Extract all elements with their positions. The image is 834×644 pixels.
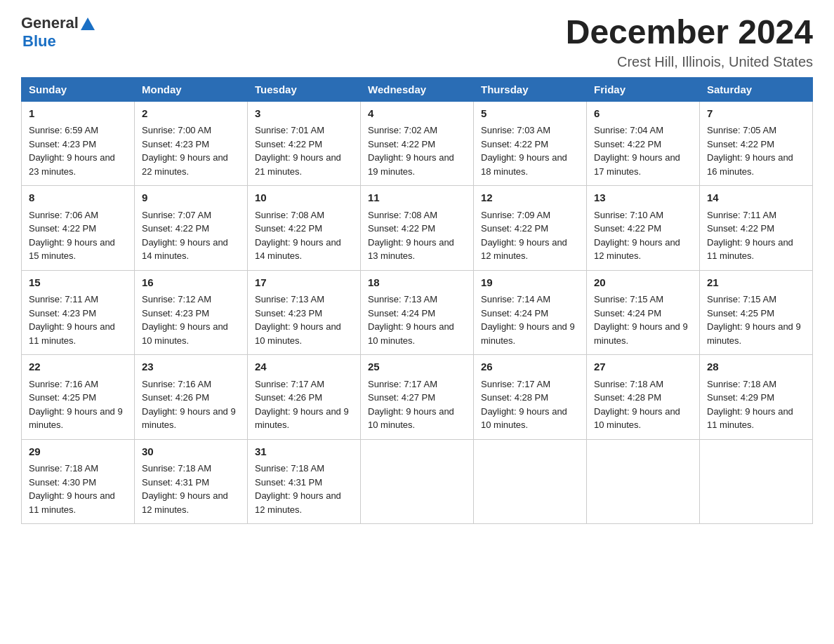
day-number: 30 <box>142 444 240 460</box>
calendar-cell: 5Sunrise: 7:03 AMSunset: 4:22 PMDaylight… <box>474 101 587 186</box>
day-number: 1 <box>29 106 127 122</box>
week-row-1: 1Sunrise: 6:59 AMSunset: 4:23 PMDaylight… <box>22 101 813 186</box>
calendar-table: SundayMondayTuesdayWednesdayThursdayFrid… <box>21 77 813 525</box>
calendar-cell: 20Sunrise: 7:15 AMSunset: 4:24 PMDayligh… <box>587 270 700 355</box>
calendar-cell: 30Sunrise: 7:18 AMSunset: 4:31 PMDayligh… <box>135 439 248 524</box>
day-number: 31 <box>255 444 353 460</box>
calendar-cell: 2Sunrise: 7:00 AMSunset: 4:23 PMDaylight… <box>135 101 248 186</box>
calendar-cell: 28Sunrise: 7:18 AMSunset: 4:29 PMDayligh… <box>700 355 813 440</box>
day-number: 6 <box>594 106 692 122</box>
week-row-4: 22Sunrise: 7:16 AMSunset: 4:25 PMDayligh… <box>22 355 813 440</box>
calendar-cell: 7Sunrise: 7:05 AMSunset: 4:22 PMDaylight… <box>700 101 813 186</box>
day-info: Sunrise: 7:13 AMSunset: 4:23 PMDaylight:… <box>255 293 353 347</box>
day-number: 20 <box>594 275 692 291</box>
title-block: December 2024 Crest Hill, Illinois, Unit… <box>566 14 813 70</box>
calendar-title: December 2024 <box>566 14 813 51</box>
calendar-cell: 1Sunrise: 6:59 AMSunset: 4:23 PMDaylight… <box>22 101 135 186</box>
weekday-header-saturday: Saturday <box>700 77 813 101</box>
day-info: Sunrise: 7:11 AMSunset: 4:23 PMDaylight:… <box>29 293 127 347</box>
logo-blue-text: Blue <box>22 32 56 51</box>
day-number: 8 <box>29 190 127 206</box>
calendar-cell: 26Sunrise: 7:17 AMSunset: 4:28 PMDayligh… <box>474 355 587 440</box>
calendar-cell: 4Sunrise: 7:02 AMSunset: 4:22 PMDaylight… <box>361 101 474 186</box>
weekday-header-friday: Friday <box>587 77 700 101</box>
day-number: 29 <box>29 444 127 460</box>
calendar-cell: 12Sunrise: 7:09 AMSunset: 4:22 PMDayligh… <box>474 186 587 271</box>
calendar-cell: 17Sunrise: 7:13 AMSunset: 4:23 PMDayligh… <box>248 270 361 355</box>
calendar-cell: 15Sunrise: 7:11 AMSunset: 4:23 PMDayligh… <box>22 270 135 355</box>
calendar-cell: 27Sunrise: 7:18 AMSunset: 4:28 PMDayligh… <box>587 355 700 440</box>
calendar-cell: 18Sunrise: 7:13 AMSunset: 4:24 PMDayligh… <box>361 270 474 355</box>
day-info: Sunrise: 7:18 AMSunset: 4:28 PMDaylight:… <box>594 377 692 432</box>
logo-general-text: General <box>21 14 79 32</box>
calendar-cell: 6Sunrise: 7:04 AMSunset: 4:22 PMDaylight… <box>587 101 700 186</box>
calendar-cell: 22Sunrise: 7:16 AMSunset: 4:25 PMDayligh… <box>22 355 135 440</box>
calendar-cell: 8Sunrise: 7:06 AMSunset: 4:22 PMDaylight… <box>22 186 135 271</box>
day-info: Sunrise: 7:14 AMSunset: 4:24 PMDaylight:… <box>481 293 579 347</box>
day-number: 21 <box>707 275 805 291</box>
day-number: 2 <box>142 106 240 122</box>
day-number: 9 <box>142 190 240 206</box>
day-info: Sunrise: 7:18 AMSunset: 4:29 PMDaylight:… <box>707 377 805 432</box>
calendar-cell: 31Sunrise: 7:18 AMSunset: 4:31 PMDayligh… <box>248 439 361 524</box>
calendar-cell: 24Sunrise: 7:17 AMSunset: 4:26 PMDayligh… <box>248 355 361 440</box>
logo-triangle-icon <box>81 18 95 30</box>
day-number: 25 <box>368 359 466 375</box>
week-row-2: 8Sunrise: 7:06 AMSunset: 4:22 PMDaylight… <box>22 186 813 271</box>
calendar-cell: 16Sunrise: 7:12 AMSunset: 4:23 PMDayligh… <box>135 270 248 355</box>
calendar-cell: 21Sunrise: 7:15 AMSunset: 4:25 PMDayligh… <box>700 270 813 355</box>
day-number: 23 <box>142 359 240 375</box>
day-info: Sunrise: 7:01 AMSunset: 4:22 PMDaylight:… <box>255 123 353 178</box>
day-number: 16 <box>142 275 240 291</box>
day-info: Sunrise: 7:10 AMSunset: 4:22 PMDaylight:… <box>594 208 692 263</box>
calendar-cell <box>474 439 587 524</box>
day-number: 19 <box>481 275 579 291</box>
day-info: Sunrise: 7:16 AMSunset: 4:25 PMDaylight:… <box>29 377 127 432</box>
calendar-cell: 13Sunrise: 7:10 AMSunset: 4:22 PMDayligh… <box>587 186 700 271</box>
week-row-3: 15Sunrise: 7:11 AMSunset: 4:23 PMDayligh… <box>22 270 813 355</box>
day-number: 26 <box>481 359 579 375</box>
day-number: 4 <box>368 106 466 122</box>
weekday-header-row: SundayMondayTuesdayWednesdayThursdayFrid… <box>22 77 813 101</box>
day-number: 5 <box>481 106 579 122</box>
day-info: Sunrise: 7:18 AMSunset: 4:30 PMDaylight:… <box>29 462 127 516</box>
day-info: Sunrise: 7:06 AMSunset: 4:22 PMDaylight:… <box>29 208 127 263</box>
day-number: 28 <box>707 359 805 375</box>
day-number: 11 <box>368 190 466 206</box>
logo: General Blue <box>21 14 95 51</box>
calendar-subtitle: Crest Hill, Illinois, United States <box>566 54 813 70</box>
calendar-cell: 29Sunrise: 7:18 AMSunset: 4:30 PMDayligh… <box>22 439 135 524</box>
day-info: Sunrise: 7:18 AMSunset: 4:31 PMDaylight:… <box>255 462 353 516</box>
weekday-header-sunday: Sunday <box>22 77 135 101</box>
day-number: 3 <box>255 106 353 122</box>
day-info: Sunrise: 7:05 AMSunset: 4:22 PMDaylight:… <box>707 123 805 178</box>
day-info: Sunrise: 6:59 AMSunset: 4:23 PMDaylight:… <box>29 123 127 178</box>
day-info: Sunrise: 7:13 AMSunset: 4:24 PMDaylight:… <box>368 293 466 347</box>
week-row-5: 29Sunrise: 7:18 AMSunset: 4:30 PMDayligh… <box>22 439 813 524</box>
weekday-header-thursday: Thursday <box>474 77 587 101</box>
day-number: 27 <box>594 359 692 375</box>
day-number: 18 <box>368 275 466 291</box>
day-info: Sunrise: 7:08 AMSunset: 4:22 PMDaylight:… <box>368 208 466 263</box>
day-number: 15 <box>29 275 127 291</box>
day-info: Sunrise: 7:03 AMSunset: 4:22 PMDaylight:… <box>481 123 579 178</box>
calendar-cell <box>361 439 474 524</box>
day-info: Sunrise: 7:17 AMSunset: 4:26 PMDaylight:… <box>255 377 353 432</box>
day-number: 12 <box>481 190 579 206</box>
calendar-cell: 10Sunrise: 7:08 AMSunset: 4:22 PMDayligh… <box>248 186 361 271</box>
calendar-cell: 3Sunrise: 7:01 AMSunset: 4:22 PMDaylight… <box>248 101 361 186</box>
calendar-cell: 25Sunrise: 7:17 AMSunset: 4:27 PMDayligh… <box>361 355 474 440</box>
day-info: Sunrise: 7:17 AMSunset: 4:27 PMDaylight:… <box>368 377 466 432</box>
calendar-cell: 14Sunrise: 7:11 AMSunset: 4:22 PMDayligh… <box>700 186 813 271</box>
day-info: Sunrise: 7:07 AMSunset: 4:22 PMDaylight:… <box>142 208 240 263</box>
day-info: Sunrise: 7:08 AMSunset: 4:22 PMDaylight:… <box>255 208 353 263</box>
calendar-cell: 19Sunrise: 7:14 AMSunset: 4:24 PMDayligh… <box>474 270 587 355</box>
calendar-cell: 11Sunrise: 7:08 AMSunset: 4:22 PMDayligh… <box>361 186 474 271</box>
calendar-cell <box>587 439 700 524</box>
day-number: 10 <box>255 190 353 206</box>
day-number: 14 <box>707 190 805 206</box>
day-info: Sunrise: 7:11 AMSunset: 4:22 PMDaylight:… <box>707 208 805 263</box>
day-info: Sunrise: 7:09 AMSunset: 4:22 PMDaylight:… <box>481 208 579 263</box>
day-info: Sunrise: 7:15 AMSunset: 4:24 PMDaylight:… <box>594 293 692 347</box>
weekday-header-wednesday: Wednesday <box>361 77 474 101</box>
